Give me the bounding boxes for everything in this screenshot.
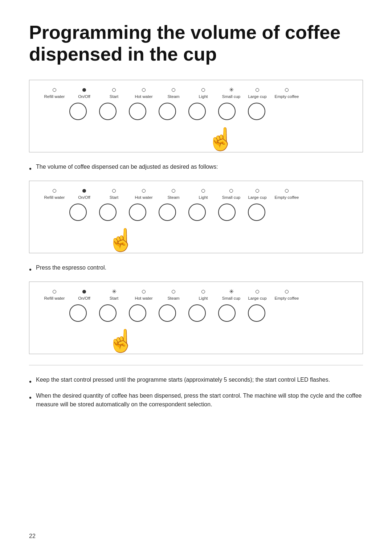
control-onoff-2: On/Off [69,188,99,200]
diagram-1: Refill water On/Off Start Hot water Stea… [29,80,363,152]
bullet-dot-4: • [29,392,32,403]
buttons-row-2 [66,204,356,221]
diagram-2: Refill water On/Off Start Hot water Stea… [29,181,363,253]
bullet-item-2: • Press the espresso control. [29,263,363,275]
btn-1-1 [69,103,87,120]
btn-2-3 [129,204,146,221]
bullet-dot-3: • [29,376,32,387]
control-hotwater-2: Hot water [129,188,159,200]
btn-3-3 [129,304,146,322]
control-steam-1: Steam [159,87,188,99]
control-refill-water-2: Refill water [40,188,69,200]
controls-row-2: Refill water On/Off Start Hot water Stea… [36,188,356,200]
control-largecup-1: Large cup [244,87,270,99]
btn-1-5 [188,103,206,120]
btn-2-7 [248,204,265,221]
btn-2-4 [159,204,176,221]
bullet-dot-1: • [29,163,32,174]
control-largecup-3: Large cup [244,288,270,301]
control-largecup-2: Large cup [244,188,270,200]
bullet-text-1: The volume of coffee dispensed can be ad… [36,163,218,171]
control-emptycoffee-1: Empty coffee [270,87,303,99]
control-refill-water-1: Refill water [40,87,69,99]
btn-3-2 [99,304,117,322]
control-emptycoffee-2: Empty coffee [270,188,303,200]
control-steam-3: Steam [159,288,188,301]
bullet-item-3: • Keep the start control pressed until t… [29,376,363,387]
control-start-2: Start [99,188,129,200]
control-onoff-1: On/Off [69,87,99,99]
btn-1-3 [129,103,146,120]
btn-2-5 [188,204,206,221]
finger-pointer-2: ☝ [107,229,135,251]
control-light-2: Light [188,188,218,200]
control-start-1: Start [99,87,129,99]
finger-pointer-1: ☝ [207,128,234,150]
bullet-section-3: • Keep the start control pressed until t… [29,376,363,409]
btn-2-6 [218,204,236,221]
btn-2-1 [69,204,87,221]
controls-row-1: Refill water On/Off Start Hot water Stea… [36,87,356,99]
btn-1-6 [218,103,236,120]
divider [29,365,363,365]
bullet-item-1: • The volume of coffee dispensed can be … [29,163,363,174]
bullet-text-2: Press the espresso control. [36,263,106,272]
btn-3-7 [248,304,265,322]
control-light-3: Light [188,288,218,301]
controls-row-3: Refill water On/Off ✳ Start Hot water St… [36,288,356,301]
control-smallcup-2: Small cup [218,188,244,200]
btn-3-5 [188,304,206,322]
btn-1-4 [159,103,176,120]
btn-3-4 [159,304,176,322]
btn-3-6 [218,304,236,322]
bullet-section-1: • The volume of coffee dispensed can be … [29,163,363,174]
btn-3-1 [69,304,87,322]
btn-1-7 [248,103,265,120]
control-hotwater-1: Hot water [129,87,159,99]
control-start-3: ✳ Start [99,288,129,301]
finger-pointer-3: ☝ [107,330,135,352]
control-hotwater-3: Hot water [129,288,159,301]
buttons-row-3 [66,304,356,322]
control-steam-2: Steam [159,188,188,200]
buttons-row-1 [66,103,356,120]
page-title: Programming the volume of coffee dispens… [29,22,363,65]
bullet-item-4: • When the desired quantity of coffee ha… [29,391,363,409]
control-refill-water-3: Refill water [40,288,69,301]
bullet-section-2: • Press the espresso control. [29,263,363,275]
control-smallcup-1: ✳ Small cup [218,87,244,99]
bullet-text-3: Keep the start control pressed until the… [36,376,330,384]
page-number: 22 [29,533,36,539]
bullet-dot-2: • [29,264,32,275]
control-smallcup-3: ✳ Small cup [218,288,244,301]
btn-1-2 [99,103,117,120]
diagram-3: Refill water On/Off ✳ Start Hot water St… [29,282,363,354]
control-light-1: Light [188,87,218,99]
bullet-text-4: When the desired quantity of coffee has … [36,391,363,409]
control-emptycoffee-3: Empty coffee [270,288,303,301]
btn-2-2 [99,204,117,221]
control-onoff-3: On/Off [69,288,99,301]
